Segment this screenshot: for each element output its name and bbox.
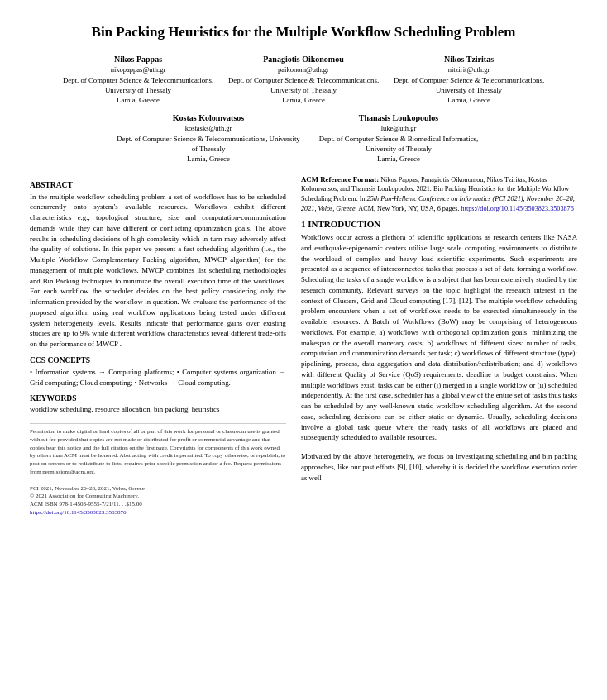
section1-title: 1 INTRODUCTION xyxy=(301,219,577,229)
author-1-email: nikopappas@uth.gr xyxy=(55,65,221,75)
author-4-affiliation: Dept. of Computer Science & Telecommunic… xyxy=(113,134,304,155)
ccs-concepts: • Information systems → Computing platfo… xyxy=(30,367,286,388)
author-3-email: nitzirit@uth.gr xyxy=(386,65,552,75)
acm-ref-title: ACM Reference Format: xyxy=(301,175,379,183)
author-4: Kostas Kolomvatsos kostasks@uth.gr Dept.… xyxy=(113,112,304,164)
author-2-email: paikonom@uth.gr xyxy=(221,65,386,75)
keywords-title: KEYWORDS xyxy=(30,394,286,402)
keywords-text: workflow scheduling, resource allocation… xyxy=(30,404,286,415)
ccs-title: CCS CONCEPTS xyxy=(30,356,286,364)
author-1: Nikos Pappas nikopappas@uth.gr Dept. of … xyxy=(55,54,221,106)
acm-ref-block: ACM Reference Format: Nikos Pappas, Pana… xyxy=(301,174,577,215)
permission-doi-link[interactable]: https://doi.org/10.1145/3503823.3503876 xyxy=(30,509,126,516)
acm-doi-link[interactable]: https://doi.org/10.1145/3503823.3503876 xyxy=(461,205,574,212)
author-5: Thanasis Loukopoulos luke@uth.gr Dept. o… xyxy=(304,112,494,164)
author-1-name: Nikos Pappas xyxy=(55,54,221,65)
author-3-affiliation: Dept. of Computer Science & Telecommunic… xyxy=(386,75,552,96)
author-2-name: Panagiotis Oikonomou xyxy=(221,54,386,65)
permission-text: Permission to make digital or hard copie… xyxy=(30,428,285,475)
author-4-email: kostasks@uth.gr xyxy=(113,124,304,134)
paper-title: Bin Packing Heuristics for the Multiple … xyxy=(30,23,577,42)
author-2: Panagiotis Oikonomou paikonom@uth.gr Dep… xyxy=(221,54,386,106)
author-5-affiliation: Dept. of Computer Science & Biomedical I… xyxy=(304,134,494,155)
author-2-affiliation: Dept. of Computer Science & Telecommunic… xyxy=(221,75,386,96)
section1-text: Workflows occur across a plethora of sci… xyxy=(301,232,577,443)
author-2-location: Lamia, Greece xyxy=(221,95,386,105)
author-3: Nikos Tziritas nitzirit@uth.gr Dept. of … xyxy=(386,54,552,106)
author-5-email: luke@uth.gr xyxy=(304,124,494,134)
permission-isbn: ACM ISBN 978-1-4503-9555-7/21/11. . .$15… xyxy=(30,501,142,507)
abstract-title: ABSTRACT xyxy=(30,181,286,189)
permission-copyright: © 2021 Association for Computing Machine… xyxy=(30,493,139,499)
author-1-affiliation: Dept. of Computer Science & Telecommunic… xyxy=(55,75,221,96)
author-5-name: Thanasis Loukopoulos xyxy=(304,112,494,124)
author-3-name: Nikos Tziritas xyxy=(386,54,552,65)
author-4-location: Lamia, Greece xyxy=(113,154,304,164)
author-1-location: Lamia, Greece xyxy=(55,95,221,105)
author-4-name: Kostas Kolomvatsos xyxy=(113,112,304,124)
abstract-text: In the multiple workflow scheduling prob… xyxy=(30,192,286,350)
permission-conf: PCI 2021, November 26–28, 2021, Volos, G… xyxy=(30,485,145,492)
author-5-location: Lamia, Greece xyxy=(304,154,494,164)
permission-box: Permission to make digital or hard copie… xyxy=(30,423,286,517)
section1-text2: Motivated by the above heterogeneity, we… xyxy=(301,451,577,483)
author-3-location: Lamia, Greece xyxy=(386,95,552,105)
